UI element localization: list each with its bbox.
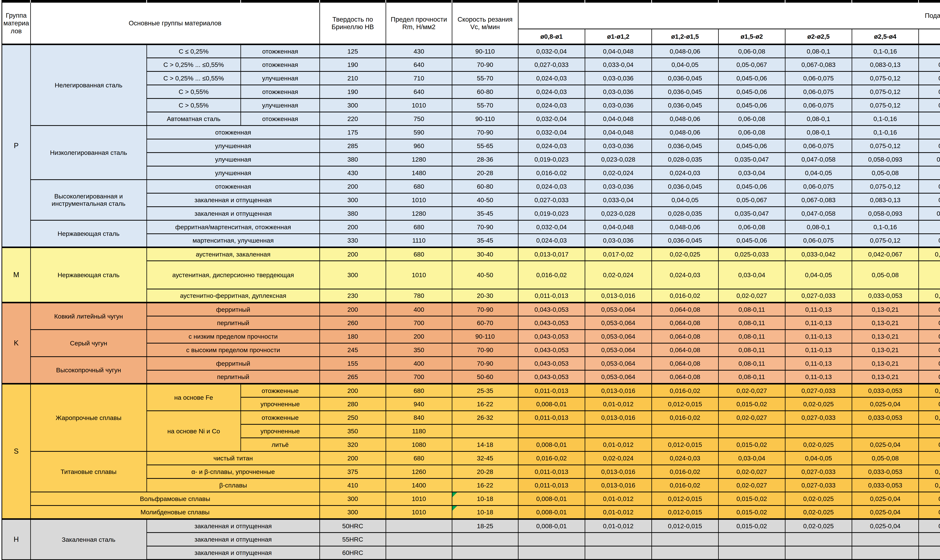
feed-cell[interactable]: 0,027-0,033 xyxy=(785,384,852,397)
rm-cell[interactable]: 1400 xyxy=(386,478,452,492)
feed-cell[interactable]: 0,02-0,025 xyxy=(785,397,852,411)
feed-cell[interactable]: 0,047-0,058 xyxy=(785,152,852,166)
feed-cell[interactable]: 0,04-0,05 xyxy=(918,438,940,451)
header-materials-column[interactable]: Основные группы материалов xyxy=(31,3,320,45)
state-cell[interactable]: аустенитно-ферритная, дуплексная xyxy=(146,289,320,303)
feed-cell[interactable]: 0,015-0,02 xyxy=(718,506,785,519)
feed-cell[interactable]: 0,02-0,027 xyxy=(718,465,785,478)
feed-cell[interactable]: 0,02-0,024 xyxy=(585,166,652,180)
hb-cell[interactable]: 350 xyxy=(320,424,386,438)
feed-cell[interactable] xyxy=(585,424,652,438)
hb-cell[interactable]: 125 xyxy=(320,45,386,58)
feed-cell[interactable]: 0,08-0,1 xyxy=(785,45,852,58)
rm-cell[interactable]: 400 xyxy=(386,357,452,370)
vc-cell[interactable]: 26-32 xyxy=(452,411,518,424)
feed-cell[interactable]: 0,06-0,08 xyxy=(718,45,785,58)
rm-cell[interactable]: 1080 xyxy=(386,438,452,451)
feed-cell[interactable]: 0,06-0,075 xyxy=(785,139,852,152)
feed-cell[interactable]: 0,06-0,075 xyxy=(785,85,852,98)
hb-cell[interactable]: 180 xyxy=(320,329,386,343)
feed-cell[interactable]: 0,02-0,025 xyxy=(785,492,852,506)
vc-cell[interactable]: 16-22 xyxy=(452,397,518,411)
feed-cell[interactable]: 0,011-0,013 xyxy=(518,478,585,492)
vc-cell[interactable]: 14-18 xyxy=(452,438,518,451)
feed-cell[interactable]: 0,04-0,05 xyxy=(785,261,852,289)
feed-cell[interactable]: 0,13-0,21 xyxy=(852,357,918,370)
feed-cell[interactable]: 0,02-0,025 xyxy=(785,519,852,532)
feed-cell[interactable]: 0,053-0,067 xyxy=(918,478,940,492)
hb-cell[interactable]: 285 xyxy=(320,139,386,152)
vc-cell[interactable]: 70-90 xyxy=(452,303,518,316)
feed-cell[interactable]: 0,1-0,16 xyxy=(852,220,918,234)
state-cell[interactable]: с высоким пределом прочности xyxy=(146,343,320,357)
vc-cell[interactable]: 20-30 xyxy=(452,289,518,303)
vc-cell[interactable]: 70-90 xyxy=(452,357,518,370)
rm-cell[interactable]: 1010 xyxy=(386,506,452,519)
feed-cell[interactable] xyxy=(652,532,718,546)
rm-cell[interactable]: 680 xyxy=(386,451,452,465)
feed-cell[interactable]: 0,013-0,016 xyxy=(585,411,652,424)
feed-cell[interactable]: 0,12-0,15 xyxy=(918,71,940,85)
feed-cell[interactable]: 0,13-0,21 xyxy=(852,316,918,329)
feed-cell[interactable]: 0,05-0,08 xyxy=(852,451,918,465)
hb-cell[interactable]: 200 xyxy=(320,451,386,465)
material-cell[interactable]: Молибденовые сплавы xyxy=(31,506,320,519)
feed-cell[interactable]: 0,12-0,15 xyxy=(918,139,940,152)
feed-cell[interactable]: 0,075-0,12 xyxy=(852,180,918,193)
state-cell[interactable]: аустенитная, дисперсионно твердеющая xyxy=(146,261,320,289)
feed-cell[interactable]: 0,04-0,05 xyxy=(918,492,940,506)
rm-cell[interactable]: 710 xyxy=(386,71,452,85)
material-cell[interactable]: Закаленная сталь xyxy=(31,519,146,560)
feed-cell[interactable] xyxy=(518,532,585,546)
hb-cell[interactable]: 200 xyxy=(320,303,386,316)
hb-cell[interactable]: 375 xyxy=(320,465,386,478)
rm-cell[interactable] xyxy=(386,546,452,560)
rm-cell[interactable]: 590 xyxy=(386,126,452,139)
subgroup-cell[interactable]: на основе Ni и Co xyxy=(146,411,240,451)
feed-cell[interactable]: 0,12-0,15 xyxy=(918,234,940,247)
feed-cell[interactable]: 0,008-0,01 xyxy=(518,492,585,506)
feed-cell[interactable]: 0,08-0,1 xyxy=(785,126,852,139)
feed-cell[interactable]: 0,01-0,012 xyxy=(585,492,652,506)
feed-cell[interactable]: 0,045-0,06 xyxy=(718,139,785,152)
subgroup-cell[interactable]: C > 0,25% ... ≤0,55% xyxy=(146,71,240,85)
subgroup-cell[interactable]: Автоматная сталь xyxy=(146,112,240,126)
rm-cell[interactable]: 750 xyxy=(386,112,452,126)
feed-cell[interactable]: 0,048-0,06 xyxy=(652,45,718,58)
state-cell[interactable]: мартенситная, улучшенная xyxy=(146,234,320,247)
vc-cell[interactable] xyxy=(452,532,518,546)
rm-cell[interactable]: 940 xyxy=(386,397,452,411)
feed-cell[interactable] xyxy=(518,546,585,560)
feed-cell[interactable]: 0,036-0,045 xyxy=(652,180,718,193)
diameter-header[interactable]: ø2,5-ø4 xyxy=(852,29,918,45)
feed-cell[interactable]: 0,053-0,064 xyxy=(585,343,652,357)
feed-cell[interactable]: 0,045-0,06 xyxy=(718,180,785,193)
feed-cell[interactable]: 0,12-0,15 xyxy=(918,98,940,112)
feed-cell[interactable]: 0,053-0,064 xyxy=(585,357,652,370)
feed-cell[interactable]: 0,011-0,013 xyxy=(518,465,585,478)
feed-cell[interactable]: 0,043-0,053 xyxy=(518,329,585,343)
feed-cell[interactable]: 0,043-0,053 xyxy=(518,370,585,384)
feed-cell[interactable]: 0,083-0,13 xyxy=(852,193,918,207)
vc-cell[interactable]: 70-90 xyxy=(452,220,518,234)
material-cell[interactable]: Высокопрочный чугун xyxy=(31,357,146,384)
feed-cell[interactable]: 0,03-0,04 xyxy=(718,166,785,180)
feed-cell[interactable]: 0,033-0,053 xyxy=(852,384,918,397)
feed-cell[interactable] xyxy=(652,424,718,438)
state-cell[interactable]: улучшенная xyxy=(240,98,320,112)
hb-cell[interactable]: 155 xyxy=(320,357,386,370)
feed-cell[interactable]: 0,016-0,02 xyxy=(518,261,585,289)
feed-cell[interactable]: 0,012-0,015 xyxy=(652,438,718,451)
feed-cell[interactable]: 0,033-0,042 xyxy=(785,247,852,261)
rm-cell[interactable]: 1260 xyxy=(386,465,452,478)
feed-cell[interactable]: 0,11-0,13 xyxy=(785,343,852,357)
vc-cell[interactable]: 90-110 xyxy=(452,329,518,343)
feed-cell[interactable]: 0,027-0,033 xyxy=(785,478,852,492)
feed-cell[interactable]: 0,053-0,067 xyxy=(918,465,940,478)
feed-cell[interactable]: 0,03-0,04 xyxy=(718,451,785,465)
hb-cell[interactable]: 200 xyxy=(320,220,386,234)
state-cell[interactable]: перлитный xyxy=(146,370,320,384)
feed-cell[interactable]: 0,04-0,048 xyxy=(585,220,652,234)
feed-cell[interactable]: 0,043-0,053 xyxy=(518,316,585,329)
state-cell[interactable]: ферритная/мартенситная, отожженная xyxy=(146,220,320,234)
